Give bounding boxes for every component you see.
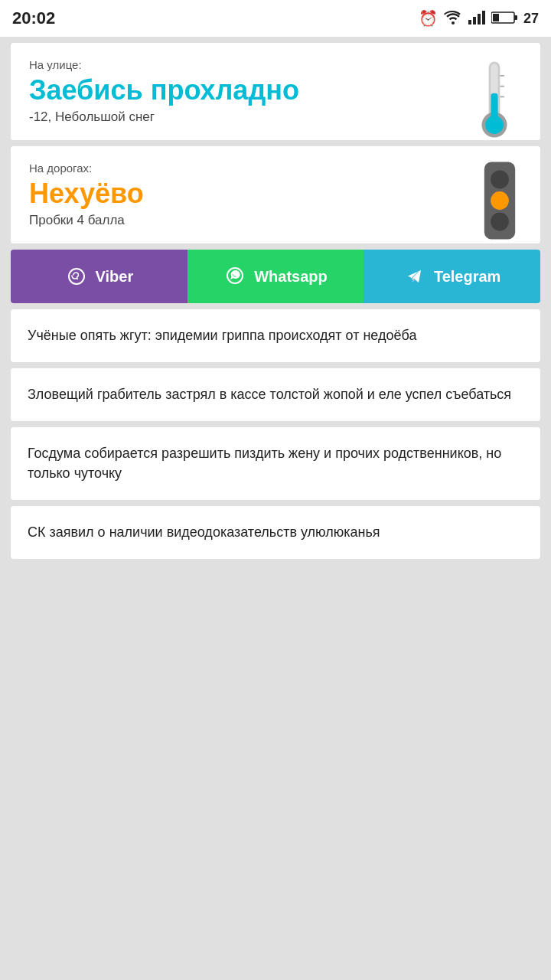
- share-buttons-row: Viber Whatsapp Telegram: [11, 250, 540, 303]
- telegram-label: Telegram: [434, 268, 500, 286]
- news-item-2[interactable]: Зловещий грабитель застрял в кассе толст…: [11, 368, 540, 421]
- battery-level: 27: [523, 11, 539, 27]
- viber-label: Viber: [96, 268, 134, 286]
- news-text-4: СК заявил о наличии видеодоказательств у…: [28, 523, 523, 542]
- weather-card: На улице: Заебись прохладно -12, Небольш…: [11, 43, 540, 140]
- whatsapp-label: Whatsapp: [254, 268, 328, 286]
- status-time: 20:02: [12, 8, 55, 28]
- traffic-light-icon: [478, 158, 522, 243]
- telegram-icon: [403, 265, 426, 288]
- roads-label: На дорогах:: [29, 162, 522, 175]
- svg-rect-2: [478, 14, 481, 24]
- viber-icon: [65, 265, 88, 288]
- alarm-icon: ⏰: [419, 9, 438, 28]
- svg-rect-1: [473, 17, 476, 24]
- svg-point-16: [491, 171, 509, 189]
- battery-icon: [491, 11, 517, 27]
- news-item-4[interactable]: СК заявил о наличии видеодоказательств у…: [11, 506, 540, 559]
- news-item-3[interactable]: Госдума собирается разрешить пиздить жен…: [11, 427, 540, 499]
- weather-title: Заебись прохладно: [29, 74, 522, 106]
- svg-rect-11: [491, 93, 497, 127]
- svg-rect-3: [482, 11, 485, 24]
- news-text-3: Госдума собирается разрешить пиздить жен…: [28, 444, 523, 482]
- svg-point-19: [69, 269, 84, 284]
- weather-label: На улице:: [29, 58, 522, 71]
- whatsapp-button[interactable]: Whatsapp: [187, 250, 364, 303]
- wifi-icon: [444, 11, 462, 27]
- news-text-2: Зловещий грабитель застрял в кассе толст…: [28, 385, 523, 404]
- weather-subtitle: -12, Небольшой снег: [29, 109, 522, 125]
- svg-rect-0: [468, 20, 471, 24]
- news-text-1: Учёные опять жгут: эпидемии гриппа проис…: [28, 326, 523, 345]
- roads-title: Нехуёво: [29, 178, 522, 210]
- viber-button[interactable]: Viber: [11, 250, 187, 303]
- status-bar: 20:02 ⏰ 27: [0, 0, 551, 37]
- svg-point-18: [491, 213, 509, 231]
- roads-card: На дорогах: Нехуёво Пробки 4 балла: [11, 146, 540, 243]
- signal-icon: [468, 11, 485, 27]
- svg-rect-5: [514, 15, 517, 20]
- svg-rect-6: [493, 14, 499, 21]
- whatsapp-icon: [223, 265, 246, 288]
- svg-point-17: [491, 191, 509, 210]
- telegram-button[interactable]: Telegram: [364, 250, 540, 303]
- roads-subtitle: Пробки 4 балла: [29, 213, 522, 228]
- thermometer-icon: [471, 58, 517, 142]
- status-icons: ⏰ 27: [419, 9, 539, 28]
- news-item-1[interactable]: Учёные опять жгут: эпидемии гриппа проис…: [11, 309, 540, 362]
